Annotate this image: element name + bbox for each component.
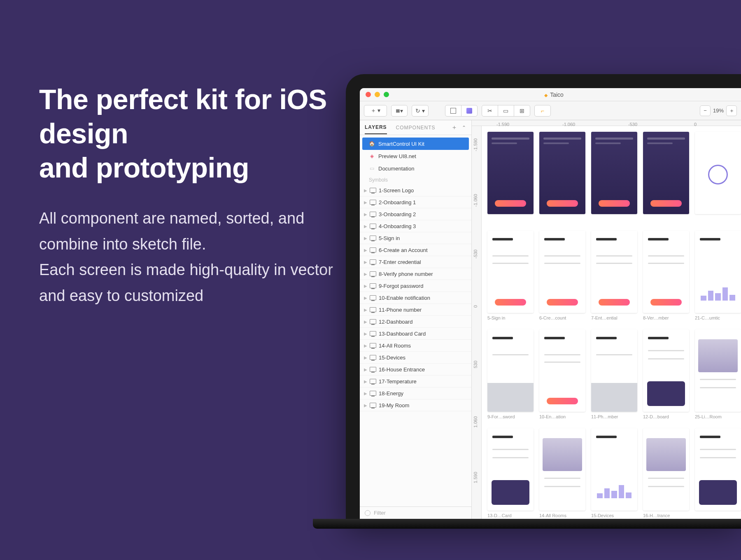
- zoom-out-button[interactable]: −: [700, 105, 711, 116]
- zoom-in-button[interactable]: ＋: [726, 105, 737, 116]
- artboard-card[interactable]: 12-D…board: [643, 329, 689, 420]
- page-item[interactable]: 🏠SmartControl UI Kit: [362, 138, 469, 150]
- layer-label: 17-Temperature: [379, 378, 417, 385]
- artboard-card[interactable]: 11-Ph…mber: [591, 329, 637, 420]
- chevron-right-icon: ▶: [364, 343, 367, 348]
- artboard-card[interactable]: [487, 132, 534, 222]
- layer-row[interactable]: ▶16-House Entrance: [360, 364, 471, 376]
- artboard-card[interactable]: 6-Cre…count: [539, 231, 585, 321]
- layer-row[interactable]: ▶11-Phone number: [360, 304, 471, 316]
- minimize-icon[interactable]: [375, 92, 380, 97]
- artboard-label: 8-Ver…mber: [643, 315, 689, 321]
- chevron-right-icon: ▶: [364, 331, 367, 336]
- layer-label: 6-Create an Account: [379, 247, 428, 253]
- vertical-ruler: -1.590-1.060-53005301.0601.590: [472, 126, 482, 519]
- layer-row[interactable]: ▶8-Verify phone number: [360, 268, 471, 280]
- layer-row[interactable]: ▶12-Dashboard: [360, 316, 471, 328]
- artboard-label: [695, 513, 741, 519]
- layer-row[interactable]: ▶4-Onboarding 3: [360, 220, 471, 232]
- insert-button[interactable]: ＋ ▾: [364, 105, 387, 117]
- layer-label: 3-Onboarding 2: [379, 211, 416, 217]
- artboard-label: 12-D…board: [643, 414, 689, 420]
- collapse-pages-icon[interactable]: ⌃: [462, 125, 466, 131]
- page-item[interactable]: ◈Preview UI8.net: [360, 150, 471, 162]
- document-title: Taico: [389, 91, 735, 98]
- canvas[interactable]: 5-Sign in6-Cre…count7-Ent…ential8-Ver…mb…: [482, 126, 741, 519]
- artboard-label: 11-Ph…mber: [591, 414, 637, 420]
- layer-row[interactable]: ▶18-Energy: [360, 387, 471, 399]
- artboard-icon: [370, 236, 376, 240]
- artboard-card[interactable]: [695, 132, 741, 222]
- artboard-icon: [370, 259, 376, 264]
- layer-row[interactable]: ▶10-Enable notification: [360, 292, 471, 304]
- corner-tool-icon[interactable]: ⌐: [534, 105, 551, 117]
- close-icon[interactable]: [366, 92, 371, 97]
- layer-label: 15-Devices: [379, 355, 405, 361]
- layer-row[interactable]: ▶19-My Room: [360, 399, 471, 411]
- artboard-card[interactable]: 16-H…trance: [643, 428, 689, 519]
- layer-row[interactable]: ▶17-Temperature: [360, 376, 471, 387]
- tab-components[interactable]: COMPONENTS: [396, 125, 436, 131]
- artboard-label: 25-Li…Room: [695, 414, 741, 420]
- artboard-icon: [370, 188, 376, 193]
- layer-row[interactable]: ▶3-Onboarding 2: [360, 208, 471, 220]
- page-label: SmartControl UI Kit: [378, 141, 424, 147]
- artboard-card[interactable]: 21-C…umtic: [695, 231, 741, 321]
- artboard-card[interactable]: 10-En…ation: [539, 329, 585, 420]
- artboard-card[interactable]: 9-For…sword: [487, 329, 534, 420]
- artboard-icon: [370, 271, 376, 276]
- artboard-card[interactable]: 14-All Rooms: [539, 428, 585, 519]
- layer-label: 5-Sign in: [379, 235, 400, 241]
- chevron-right-icon: ▶: [364, 284, 367, 288]
- artboard-label: 5-Sign in: [487, 315, 534, 321]
- zoom-level: 19%: [713, 107, 724, 114]
- page-item[interactable]: ▭Documentation: [360, 162, 471, 175]
- layer-row[interactable]: ▶5-Sign in: [360, 232, 471, 244]
- image-tool-icon[interactable]: [461, 105, 478, 117]
- artboard-card[interactable]: 5-Sign in: [487, 231, 534, 321]
- tab-layers[interactable]: LAYERS: [365, 124, 387, 134]
- filter-input[interactable]: Filter: [360, 506, 471, 519]
- layer-row[interactable]: ▶15-Devices: [360, 352, 471, 364]
- cut-tool-icon[interactable]: ✂︎: [482, 105, 498, 117]
- refresh-button[interactable]: ↻ ▾: [412, 105, 429, 117]
- layer-label: 11-Phone number: [379, 307, 422, 313]
- artboard-icon: [370, 319, 376, 324]
- add-page-button[interactable]: ＋: [451, 124, 458, 131]
- chevron-right-icon: ▶: [364, 379, 367, 384]
- layers-toggle-icon[interactable]: ≣ ▾: [391, 105, 408, 117]
- layer-row[interactable]: ▶14-All Rooms: [360, 340, 471, 352]
- chevron-right-icon: ▶: [364, 391, 367, 396]
- artboard-card[interactable]: [643, 132, 689, 222]
- layer-row[interactable]: ▶7-Enter credential: [360, 256, 471, 268]
- artboard-card[interactable]: [539, 132, 585, 222]
- artboard-icon: [370, 355, 376, 360]
- rect-tool-icon[interactable]: [445, 105, 461, 117]
- layer-row[interactable]: ▶1-Screen Logo: [360, 184, 471, 196]
- layer-label: 8-Verify phone number: [379, 271, 433, 277]
- artboard-card[interactable]: 13-D…Card: [487, 428, 534, 519]
- zoom-window-icon[interactable]: [384, 92, 389, 97]
- artboard-icon: [370, 331, 376, 336]
- layer-row[interactable]: ▶13-Dashboard Card: [360, 328, 471, 340]
- artboard-label: [591, 217, 637, 222]
- artboard-label: [695, 217, 741, 222]
- layer-label: 14-All Rooms: [379, 343, 411, 349]
- layer-label: 12-Dashboard: [379, 319, 412, 325]
- align-tool-icon[interactable]: ▭: [498, 105, 514, 117]
- distribute-tool-icon[interactable]: ⊞: [514, 105, 530, 117]
- artboard-card[interactable]: 15-Devices: [591, 428, 637, 519]
- artboard-card[interactable]: [695, 428, 741, 519]
- page-label: Preview UI8.net: [378, 153, 416, 159]
- symbols-label: Symbols: [360, 175, 471, 184]
- artboard-card[interactable]: 25-Li…Room: [695, 329, 741, 420]
- layer-row[interactable]: ▶9-Forgot password: [360, 280, 471, 292]
- chevron-right-icon: ▶: [364, 200, 367, 205]
- layer-row[interactable]: ▶2-Onboarding 1: [360, 196, 471, 208]
- artboard-card[interactable]: 7-Ent…ential: [591, 231, 637, 321]
- layer-label: 18-Energy: [379, 390, 403, 397]
- artboard-card[interactable]: [591, 132, 637, 222]
- artboard-card[interactable]: 8-Ver…mber: [643, 231, 689, 321]
- layer-row[interactable]: ▶6-Create an Account: [360, 244, 471, 256]
- chevron-right-icon: ▶: [364, 212, 367, 217]
